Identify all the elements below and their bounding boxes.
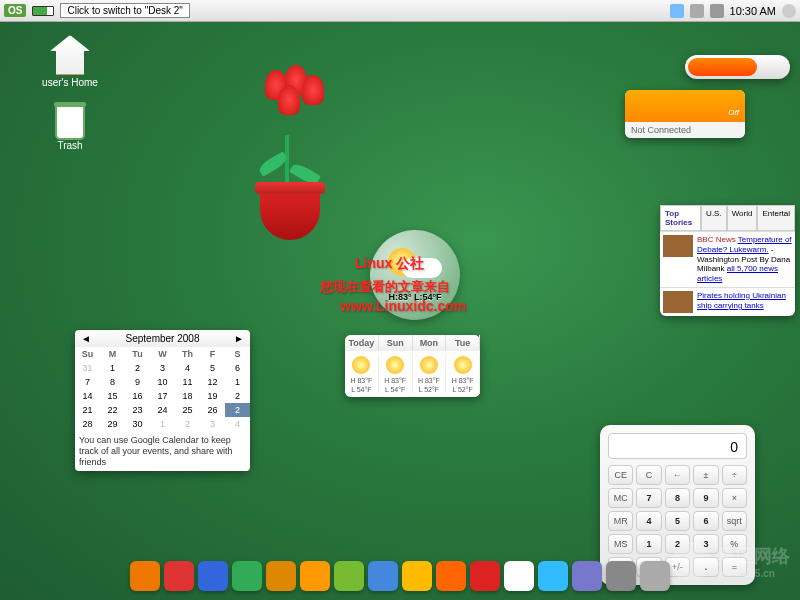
forecast-widget[interactable]: TodaySunMonTue H 83°FL 54°FH 83°FL 54°FH… <box>345 335 480 397</box>
calc-key-4[interactable]: 4 <box>636 511 661 531</box>
dock <box>122 557 678 595</box>
calendar-day[interactable]: 2 <box>175 417 200 431</box>
calendar-day[interactable]: 29 <box>100 417 125 431</box>
battery-icon <box>32 6 54 16</box>
calc-key-5[interactable]: 5 <box>665 511 690 531</box>
os-logo[interactable]: OS <box>4 4 26 17</box>
calc-key-sqrt[interactable]: sqrt <box>722 511 747 531</box>
calendar-day[interactable]: 4 <box>175 361 200 375</box>
calendar-day[interactable]: 23 <box>125 403 150 417</box>
calendar-day[interactable]: 25 <box>175 403 200 417</box>
cal-prev-button[interactable]: ◄ <box>81 333 91 344</box>
calendar-day[interactable]: 3 <box>150 361 175 375</box>
calendar-day[interactable]: 21 <box>75 403 100 417</box>
calendar-day[interactable]: 31 <box>75 361 100 375</box>
flower-widget[interactable] <box>230 60 350 240</box>
desk-switcher[interactable]: Click to switch to "Desk 2" <box>60 3 189 18</box>
calendar-day[interactable]: 11 <box>175 375 200 389</box>
calc-key-C[interactable]: C <box>636 465 661 485</box>
calendar-day[interactable]: 1 <box>225 375 250 389</box>
calendar-day[interactable]: 30 <box>125 417 150 431</box>
calc-key-MR[interactable]: MR <box>608 511 633 531</box>
news-more-link[interactable]: all 5,700 news articles <box>697 264 778 283</box>
calendar-note: You can use Google Calendar to keep trac… <box>75 431 250 471</box>
calc-key-CE[interactable]: CE <box>608 465 633 485</box>
dock-calendar[interactable] <box>198 561 228 591</box>
volume-icon[interactable] <box>710 4 724 18</box>
dock-chat[interactable] <box>504 561 534 591</box>
calendar-day[interactable]: 4 <box>225 417 250 431</box>
clock[interactable]: 10:30 AM <box>730 5 776 17</box>
news-item[interactable]: Pirates holding Ukrainian ship carrying … <box>660 287 795 316</box>
home-desktop-icon[interactable]: user's Home <box>40 35 100 88</box>
calc-key-×[interactable]: × <box>722 488 747 508</box>
calendar-day[interactable]: 19 <box>200 389 225 403</box>
calc-key-8[interactable]: 8 <box>665 488 690 508</box>
news-item[interactable]: BBC News Temperature of Debate? Lukewarm… <box>660 231 795 287</box>
user-icon[interactable] <box>782 4 796 18</box>
dock-rss[interactable] <box>300 561 330 591</box>
calendar-day[interactable]: 12 <box>200 375 225 389</box>
calendar-day[interactable]: 22 <box>100 403 125 417</box>
calendar-day[interactable]: 2 <box>125 361 150 375</box>
dock-youtube[interactable] <box>470 561 500 591</box>
dock-files[interactable] <box>640 561 670 591</box>
dock-skype[interactable] <box>538 561 568 591</box>
calendar-day[interactable]: 1 <box>150 417 175 431</box>
calendar-day[interactable]: 7 <box>75 375 100 389</box>
calendar-day[interactable]: 14 <box>75 389 100 403</box>
calendar-day[interactable]: 18 <box>175 389 200 403</box>
calendar-day[interactable]: 24 <box>150 403 175 417</box>
calendar-day[interactable]: 10 <box>150 375 175 389</box>
dock-shop[interactable] <box>334 561 364 591</box>
news-tab[interactable]: World <box>727 205 758 231</box>
dock-drive[interactable] <box>368 561 398 591</box>
dock-gmail[interactable] <box>164 561 194 591</box>
calc-key-÷[interactable]: ÷ <box>722 465 747 485</box>
news-widget[interactable]: Top StoriesU.S.WorldEntertai BBC News Te… <box>660 205 795 316</box>
dock-notes[interactable] <box>402 561 432 591</box>
calendar-day[interactable]: 9 <box>125 375 150 389</box>
trash-desktop-icon[interactable]: Trash <box>40 105 100 151</box>
calendar-day[interactable]: 1 <box>100 361 125 375</box>
wifi-widget[interactable]: Off Not Connected <box>625 90 745 138</box>
calc-key-±[interactable]: ± <box>693 465 718 485</box>
wifi-status: Not Connected <box>625 122 745 138</box>
dock-finder[interactable] <box>606 561 636 591</box>
news-tab[interactable]: U.S. <box>701 205 727 231</box>
forecast-day: H 83°FL 52°F <box>413 354 447 394</box>
calc-key-←[interactable]: ← <box>665 465 690 485</box>
calendar-day[interactable]: 16 <box>125 389 150 403</box>
battery-tray-icon[interactable] <box>690 4 704 18</box>
cal-next-button[interactable]: ► <box>234 333 244 344</box>
calendar-day[interactable]: 17 <box>150 389 175 403</box>
calendar-day[interactable]: 5 <box>200 361 225 375</box>
dock-blogger[interactable] <box>436 561 466 591</box>
calendar-widget[interactable]: ◄ September 2008 ► SuMTuWThFS31123456789… <box>75 330 250 471</box>
calc-key-9[interactable]: 9 <box>693 488 718 508</box>
calc-key-1[interactable]: 1 <box>636 534 661 554</box>
progress-widget[interactable] <box>685 55 790 79</box>
home-icon <box>50 35 90 75</box>
news-link[interactable]: Pirates holding Ukrainian ship carrying … <box>697 291 786 310</box>
calendar-day[interactable]: 6 <box>225 361 250 375</box>
calc-key-MS[interactable]: MS <box>608 534 633 554</box>
calendar-day[interactable]: 15 <box>100 389 125 403</box>
forecast-day-header: Today <box>345 335 379 351</box>
news-tab[interactable]: Entertai <box>757 205 795 231</box>
calc-key-MC[interactable]: MC <box>608 488 633 508</box>
dock-browser[interactable] <box>572 561 602 591</box>
calc-key-6[interactable]: 6 <box>693 511 718 531</box>
dock-reader[interactable] <box>266 561 296 591</box>
calendar-day[interactable]: 2 <box>225 389 250 403</box>
news-tab[interactable]: Top Stories <box>660 205 701 231</box>
calendar-day[interactable]: 2 <box>225 403 250 417</box>
calc-key-7[interactable]: 7 <box>636 488 661 508</box>
dock-firefox[interactable] <box>130 561 160 591</box>
dock-docs[interactable] <box>232 561 262 591</box>
calendar-day[interactable]: 28 <box>75 417 100 431</box>
calendar-day[interactable]: 3 <box>200 417 225 431</box>
calendar-day[interactable]: 26 <box>200 403 225 417</box>
calendar-day[interactable]: 8 <box>100 375 125 389</box>
tray-icon[interactable] <box>670 4 684 18</box>
